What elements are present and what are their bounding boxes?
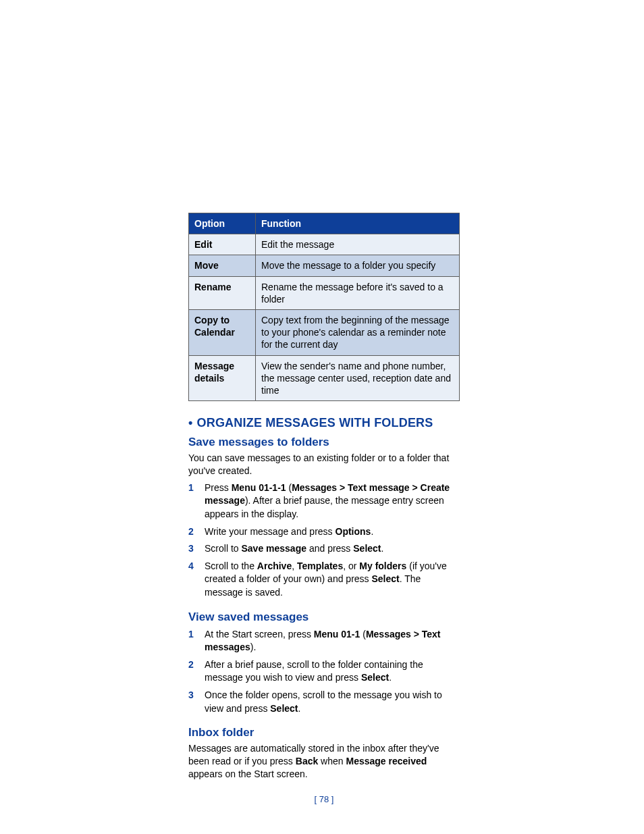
cell-function: Edit the message (256, 234, 460, 255)
step-body: After a brief pause, scroll to the folde… (205, 658, 460, 685)
list-item: 2 Write your message and press Options. (188, 525, 460, 539)
col-header-function: Function (256, 213, 460, 234)
view-steps: 1 At the Start screen, press Menu 01-1 (… (188, 628, 460, 716)
save-intro: You can save messages to an existing fol… (188, 452, 460, 477)
cell-option: Edit (189, 234, 256, 255)
step-number: 3 (188, 542, 196, 556)
subheading-save: Save messages to folders (188, 436, 460, 449)
table-row: Message details View the sender's name a… (189, 355, 460, 401)
table-header-row: Option Function (189, 213, 460, 234)
subheading-view: View saved messages (188, 610, 460, 624)
content-column: Option Function Edit Edit the message Mo… (188, 213, 460, 804)
options-table: Option Function Edit Edit the message Mo… (188, 213, 460, 401)
step-body: Once the folder opens, scroll to the mes… (205, 689, 460, 715)
step-body: Scroll to the Archive, Templates, or My … (205, 560, 460, 600)
bullet-icon: • (188, 416, 193, 429)
step-number: 4 (188, 560, 196, 600)
step-body: Scroll to Save message and press Select. (205, 542, 460, 556)
step-number: 1 (188, 481, 196, 521)
list-item: 3 Once the folder opens, scroll to the m… (188, 689, 460, 715)
cell-function: Copy text from the beginning of the mess… (256, 309, 460, 355)
table-row: Edit Edit the message (189, 234, 460, 255)
inbox-body: Messages are automatically stored in the… (188, 742, 460, 781)
step-number: 1 (188, 628, 196, 654)
cell-option: Copy to Calendar (189, 309, 256, 355)
step-body: Write your message and press Options. (205, 525, 460, 539)
step-body: At the Start screen, press Menu 01-1 (Me… (205, 628, 460, 654)
cell-option: Message details (189, 355, 256, 401)
step-body: Press Menu 01-1-1 (Messages > Text messa… (205, 481, 460, 521)
section-heading-organize: •ORGANIZE MESSAGES WITH FOLDERS (188, 416, 460, 430)
list-item: 4 Scroll to the Archive, Templates, or M… (188, 560, 460, 600)
cell-function: Move the message to a folder you specify (256, 255, 460, 276)
list-item: 2 After a brief pause, scroll to the fol… (188, 658, 460, 685)
table-row: Copy to Calendar Copy text from the begi… (189, 309, 460, 355)
table-row: Rename Rename the message before it's sa… (189, 276, 460, 309)
step-number: 2 (188, 525, 196, 539)
cell-function: Rename the message before it's saved to … (256, 276, 460, 309)
list-item: 3 Scroll to Save message and press Selec… (188, 542, 460, 556)
list-item: 1 Press Menu 01-1-1 (Messages > Text mes… (188, 481, 460, 521)
list-item: 1 At the Start screen, press Menu 01-1 (… (188, 628, 460, 654)
document-page: Option Function Edit Edit the message Mo… (0, 0, 644, 834)
table-row: Move Move the message to a folder you sp… (189, 255, 460, 276)
cell-option: Rename (189, 276, 256, 309)
cell-option: Move (189, 255, 256, 276)
cell-function: View the sender's name and phone number,… (256, 355, 460, 401)
section-heading-text: ORGANIZE MESSAGES WITH FOLDERS (197, 416, 433, 429)
step-number: 3 (188, 689, 196, 715)
col-header-option: Option (189, 213, 256, 234)
step-number: 2 (188, 658, 196, 685)
page-number: [ 78 ] (188, 794, 460, 804)
save-steps: 1 Press Menu 01-1-1 (Messages > Text mes… (188, 481, 460, 600)
subheading-inbox: Inbox folder (188, 726, 460, 739)
